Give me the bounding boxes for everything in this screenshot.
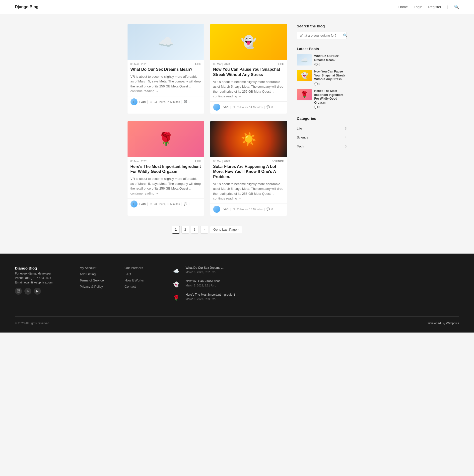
author-name: Evan: [139, 100, 146, 104]
footer-tagline: For every django developer: [15, 272, 65, 275]
sidebar: Search the blog 🔍 Latest Posts ☁️ What D…: [297, 24, 347, 239]
footer-recent-thumb: 👻: [169, 279, 183, 289]
post-title[interactable]: Here's The Most Important Ingredient For…: [128, 164, 204, 177]
continue-link[interactable]: continue reading →: [131, 192, 159, 195]
comment-icon: 💬: [267, 207, 270, 211]
page-button-3[interactable]: 3: [191, 226, 199, 234]
footer-developer-name: Webphics: [446, 322, 459, 325]
footer-top: Django Blog For every django developer P…: [15, 266, 459, 306]
sidebar-latest-title: Latest Posts: [297, 47, 347, 51]
post-category: LIFE: [195, 63, 201, 66]
continue-link[interactable]: continue reading →: [131, 89, 159, 93]
post-meta-top: 05 Mar | 2023 SCIENCE: [210, 157, 287, 164]
post-date: 05 Mar | 2023: [131, 63, 147, 66]
search-input[interactable]: [300, 34, 341, 37]
continue-link[interactable]: continue reading →: [213, 94, 241, 98]
footer-recent-title[interactable]: Now You Can Pause Your ...: [186, 279, 223, 283]
nav-divider: |: [447, 5, 448, 9]
footer-recent-thumb: ☁️: [169, 266, 183, 276]
search-submit-button[interactable]: 🔍: [343, 33, 347, 37]
sidebar-latest-posts: ☁️ What Do Our Sex Dreams Mean? 💬 0 👻 No…: [297, 54, 347, 109]
footer-link[interactable]: Our Partners: [125, 266, 154, 270]
category-link[interactable]: Life: [297, 127, 302, 130]
post-category: SCIENCE: [272, 160, 284, 163]
nav-home[interactable]: Home: [399, 5, 408, 9]
footer-links-col1: My AccountAdd ListingTerms of ServicePri…: [80, 266, 110, 291]
footer-link[interactable]: Contact: [125, 285, 154, 288]
footer-logo: Django Blog: [15, 266, 65, 270]
latest-post-thumb: ☁️: [297, 54, 312, 66]
comment-icon: 💬: [267, 105, 270, 109]
footer-developer: Developed By Webphics: [426, 322, 459, 325]
site-logo[interactable]: Django Blog: [15, 5, 38, 9]
category-count: 4: [345, 136, 346, 139]
search-box: 🔍: [297, 32, 347, 39]
post-image-sex-dreams: ☁️: [128, 24, 204, 60]
post-grid: ☁️ 05 Mar | 2023 LIFE What Do Our Sex Dr…: [128, 24, 287, 216]
footer-link[interactable]: Terms of Service: [80, 278, 110, 282]
go-last-page-button[interactable]: Go to Last Page ›: [210, 226, 243, 233]
post-time: 23 Hours, 15 Minutes: [237, 208, 263, 211]
footer-link[interactable]: FAQ: [125, 272, 154, 276]
author-avatar: E: [131, 98, 137, 105]
latest-post-thumb: 👻: [297, 70, 312, 81]
footer-social:  ⎆ ▶: [15, 288, 65, 295]
continue-link[interactable]: continue reading →: [213, 197, 241, 200]
post-title[interactable]: Solar Flares Are Happening A Lot More. H…: [210, 164, 287, 182]
page-button-2[interactable]: 2: [181, 226, 189, 234]
main-nav: Home Login Register | 🔍: [399, 4, 459, 9]
facebook-icon[interactable]: : [15, 288, 22, 295]
footer-link[interactable]: Privacy & Policy: [80, 285, 110, 288]
footer-recent-title[interactable]: What Do Our Sex Dreams ...: [186, 266, 224, 270]
latest-post-comments: 💬 0: [314, 106, 347, 109]
pagination-next[interactable]: ›: [200, 226, 208, 234]
author-name: Evan: [139, 202, 146, 206]
category-item: Tech 5: [297, 142, 347, 151]
footer-link[interactable]: Add Listing: [80, 272, 110, 276]
post-card-snapchat-streak: 👻 05 Mar | 2023 LIFE Now You Can Pause Y…: [210, 24, 287, 114]
author-avatar: E: [213, 104, 220, 111]
author-name: Evan: [222, 105, 228, 109]
category-link[interactable]: Science: [297, 136, 308, 139]
category-link[interactable]: Tech: [297, 144, 304, 148]
sidebar-latest-item: 🌹 Here's The Most Important Ingredient F…: [297, 89, 347, 109]
latest-post-title[interactable]: Here's The Most Important Ingredient For…: [314, 89, 347, 105]
nav-register[interactable]: Register: [428, 5, 441, 9]
clock-icon: ⏱: [232, 208, 235, 211]
sidebar-categories-title: Categories: [297, 116, 347, 121]
instagram-icon[interactable]: ⎆: [24, 288, 31, 295]
latest-post-title[interactable]: What Do Our Sex Dreams Mean?: [314, 54, 347, 62]
post-time: 23 Hours, 14 Minutes: [237, 106, 263, 109]
latest-post-comments: 💬 0: [314, 63, 347, 66]
category-item: Science 4: [297, 133, 347, 142]
footer-email-link[interactable]: evan@webphics.com: [24, 281, 53, 284]
category-count: 3: [345, 127, 346, 130]
pagination: 123›Go to Last Page ›: [128, 226, 287, 234]
footer-developed-by: Developed By: [426, 322, 445, 325]
post-meta-top: 05 Mar | 2023 LIFE: [128, 60, 204, 67]
latest-post-title[interactable]: Now You Can Pause Your Snapchat Streak W…: [314, 70, 347, 81]
footer-recent-posts: ☁️ What Do Our Sex Dreams ... March 5, 2…: [169, 266, 459, 306]
post-title[interactable]: Now You Can Pause Your Snapchat Streak W…: [210, 67, 287, 79]
footer-copyright: © 2023 All rights reserved.: [15, 322, 50, 325]
post-comments: 0: [271, 208, 273, 211]
post-category: LIFE: [195, 160, 201, 163]
footer-recent-item: ☁️ What Do Our Sex Dreams ... March 5, 2…: [169, 266, 459, 276]
clock-icon: ⏱: [232, 106, 235, 109]
nav-login[interactable]: Login: [414, 5, 422, 9]
post-meta-top: 05 Mar | 2023 LIFE: [210, 60, 287, 67]
youtube-icon[interactable]: ▶: [34, 288, 41, 295]
post-author-row: E Evan | ⏱ 23 Hours, 15 Minutes | 💬 0: [128, 198, 204, 210]
post-comments: 0: [271, 106, 273, 109]
footer-link[interactable]: How It Works: [125, 278, 154, 282]
footer-recent-date: March 5, 2023, 8:52 P.m.: [186, 271, 224, 273]
footer-recent-title[interactable]: Here's The Most Important Ingredient ...: [186, 293, 238, 297]
post-card-solar-flares: ☀️ 05 Mar | 2023 SCIENCE Solar Flares Ar…: [210, 121, 287, 216]
latest-post-comments: 💬 0: [314, 82, 347, 86]
footer-link[interactable]: My Account: [80, 266, 110, 270]
page-button-1[interactable]: 1: [172, 226, 180, 234]
header-search-button[interactable]: 🔍: [454, 4, 459, 9]
post-title[interactable]: What Do Our Sex Dreams Mean?: [128, 67, 204, 74]
footer-recent-info: What Do Our Sex Dreams ... March 5, 2023…: [186, 266, 224, 273]
post-time: 23 Hours, 14 Minutes: [154, 100, 180, 103]
